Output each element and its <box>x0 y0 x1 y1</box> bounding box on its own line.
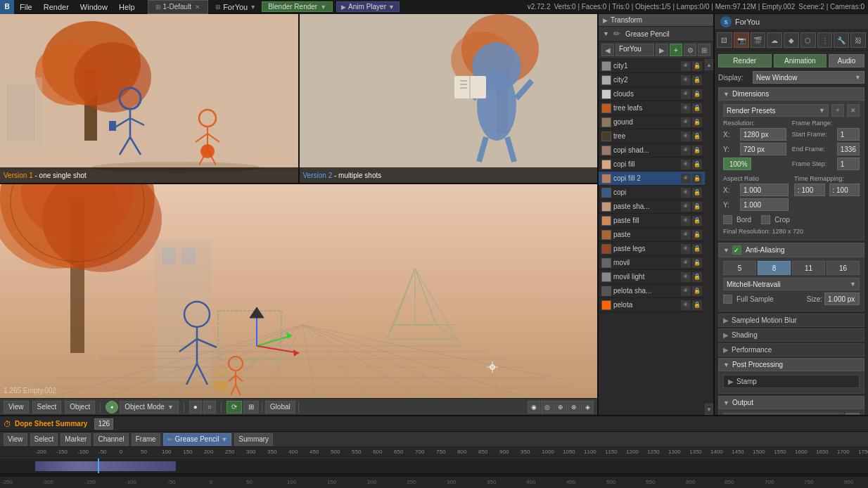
aspect-x-field[interactable]: 1.000 <box>740 184 789 196</box>
props-tex-icon[interactable]: ⬡ <box>800 32 816 48</box>
gp-settings-btn[interactable]: ⚙ <box>684 44 696 56</box>
help-menu[interactable]: Help <box>113 0 141 14</box>
gp-layer-lock-3[interactable]: 🔒 <box>692 103 702 113</box>
render-menu[interactable]: Render <box>38 0 75 14</box>
gp-layer-eye-7[interactable]: 👁 <box>681 160 691 169</box>
gp-layer-eye-0[interactable]: 👁 <box>681 61 691 71</box>
end-frame-field[interactable]: 1336 <box>837 143 860 155</box>
render-presets-remove[interactable]: ✕ <box>847 104 860 117</box>
gp-layer-lock-0[interactable]: 🔒 <box>692 61 702 71</box>
tl-marker-btn[interactable]: Marker <box>60 433 91 446</box>
gp-layer-8[interactable]: copi fill 2👁🔒 <box>599 172 705 186</box>
gp-layer-eye-11[interactable]: 👁 <box>681 216 691 226</box>
snap-btn[interactable]: ⊞ <box>243 401 259 413</box>
gp-scroll-up[interactable]: ▲ <box>705 59 713 70</box>
frame-counter-display[interactable]: 126 <box>94 418 113 430</box>
gp-layer-eye-10[interactable]: 👁 <box>681 202 691 212</box>
tl-channel-btn[interactable]: Channel <box>94 433 128 446</box>
file-menu[interactable]: File <box>14 0 38 14</box>
gp-layer-16[interactable]: pelota sha...👁🔒 <box>599 284 705 298</box>
viewport-icon5[interactable]: ◈ <box>581 401 594 413</box>
gp-name-field[interactable]: ForYou <box>615 44 654 56</box>
gp-add-btn[interactable]: + <box>670 44 682 56</box>
gp-next-btn[interactable]: ▶ <box>656 44 668 56</box>
render-presets-add[interactable]: + <box>831 104 844 117</box>
res-pct-field[interactable]: 100% <box>723 158 751 170</box>
gp-layer-2[interactable]: clouds👁🔒 <box>599 87 705 101</box>
aa-checkbox[interactable] <box>732 245 741 255</box>
res-y-field[interactable]: 720 px <box>740 143 786 155</box>
full-sample-checkbox[interactable] <box>723 295 732 304</box>
gp-layer-lock-13[interactable]: 🔒 <box>692 244 702 254</box>
tl-select-btn[interactable]: Select <box>30 433 58 446</box>
tl-view-btn[interactable]: View <box>4 433 27 446</box>
time-old-field[interactable]: : 100 <box>794 184 825 196</box>
gp-layer-lock-10[interactable]: 🔒 <box>692 202 702 212</box>
props-physics-icon[interactable]: 🔧 <box>834 32 849 48</box>
viewport-preview-right[interactable]: Version 2 - multiple shots <box>300 14 598 183</box>
gp-layer-eye-12[interactable]: 👁 <box>681 230 691 240</box>
anim-player-btn[interactable]: ▶ Anim Player ▼ <box>336 1 400 12</box>
gp-layer-lock-7[interactable]: 🔒 <box>692 160 702 169</box>
viewport-icon3[interactable]: ⊕ <box>554 401 567 413</box>
time-new-field[interactable]: : 100 <box>829 184 860 196</box>
mesh-type-btn[interactable]: ● <box>189 401 202 413</box>
gp-layer-11[interactable]: paste fill👁🔒 <box>599 214 705 228</box>
gp-layer-0[interactable]: city1👁🔒 <box>599 59 705 73</box>
gp-prev-btn[interactable]: ◀ <box>601 44 614 56</box>
aa-algorithm-dropdown[interactable]: Mitchell-Netravali ▼ <box>723 278 860 290</box>
output-browse-btn[interactable]: 📁 <box>845 413 860 415</box>
gp-layer-lock-12[interactable]: 🔒 <box>692 230 702 240</box>
gp-layer-15[interactable]: movil light👁🔒 <box>599 270 705 284</box>
gp-layer-lock-8[interactable]: 🔒 <box>692 174 702 184</box>
gp-layer-eye-8[interactable]: 👁 <box>681 174 691 184</box>
start-frame-field[interactable]: 1 <box>837 128 860 141</box>
props-particle-icon[interactable]: ⋮ <box>817 32 833 48</box>
props-obj-icon[interactable]: ☁ <box>767 32 782 48</box>
gp-layer-lock-17[interactable]: 🔒 <box>692 300 702 310</box>
size-field[interactable]: 1.000 px <box>824 293 860 305</box>
vp-view-btn[interactable]: View <box>4 401 29 413</box>
gp-layer-3[interactable]: tree leafs👁🔒 <box>599 101 705 115</box>
bord-checkbox[interactable] <box>723 215 732 224</box>
shading-section[interactable]: ▶ Shading <box>718 328 864 342</box>
frame-step-field[interactable]: 1 <box>837 158 860 170</box>
gp-layer-eye-15[interactable]: 👁 <box>681 272 691 282</box>
gp-layer-eye-4[interactable]: 👁 <box>681 117 691 127</box>
gp-layer-eye-16[interactable]: 👁 <box>681 286 691 296</box>
window-menu[interactable]: Window <box>75 0 113 14</box>
audio-btn[interactable]: Audio <box>829 54 864 68</box>
gp-layer-lock-1[interactable]: 🔒 <box>692 75 702 85</box>
viewport-icon1[interactable]: ◉ <box>528 401 540 413</box>
vp-select-btn[interactable]: Select <box>32 401 62 413</box>
aa-16-btn[interactable]: 16 <box>826 261 860 275</box>
crop-checkbox[interactable] <box>761 215 770 224</box>
render-presets-dropdown[interactable]: Render Presets ▼ <box>723 104 829 117</box>
gp-scrollbar[interactable]: ▲ ▼ <box>705 59 713 415</box>
props-render-icon[interactable]: 📷 <box>734 32 749 48</box>
output-path-field[interactable]: //md/version2/foryou_v2 <box>723 413 843 415</box>
gp-layer-eye-17[interactable]: 👁 <box>681 300 691 310</box>
gp-layer-lock-5[interactable]: 🔒 <box>692 131 702 141</box>
gp-layer-eye-3[interactable]: 👁 <box>681 103 691 113</box>
gp-layer-10[interactable]: paste sha...👁🔒 <box>599 200 705 214</box>
stamp-section[interactable]: ▶ Stamp <box>723 375 860 388</box>
engine-dropdown[interactable]: Blender Render ▼ <box>262 1 333 12</box>
aa-header[interactable]: ▼ Anti-Aliasing <box>718 243 864 257</box>
gp-layer-5[interactable]: tree👁🔒 <box>599 129 705 143</box>
transform-section[interactable]: ▶ Transform <box>599 14 713 27</box>
props-constraint-icon[interactable]: ⛓ <box>850 32 866 48</box>
tl-frame-btn[interactable]: Frame <box>132 433 160 446</box>
aa-5-btn[interactable]: 5 <box>723 261 756 275</box>
gp-expand-btn[interactable]: ⊞ <box>698 44 710 56</box>
gp-layer-4[interactable]: gound👁🔒 <box>599 115 705 129</box>
workspace-tab-1default[interactable]: ⊞ 1-Default ✕ <box>148 0 209 14</box>
output-header[interactable]: ▼ Output <box>718 396 864 409</box>
gp-layer-lock-6[interactable]: 🔒 <box>692 146 702 155</box>
viewport-preview-left[interactable]: Version 1 - one single shot <box>0 14 300 183</box>
tl-summary-btn[interactable]: Summary <box>234 433 273 446</box>
gp-layer-9[interactable]: copi👁🔒 <box>599 186 705 200</box>
dimensions-header[interactable]: ▼ Dimensions <box>718 87 864 101</box>
performance-section[interactable]: ▶ Performance <box>718 343 864 357</box>
gp-layer-lock-11[interactable]: 🔒 <box>692 216 702 226</box>
